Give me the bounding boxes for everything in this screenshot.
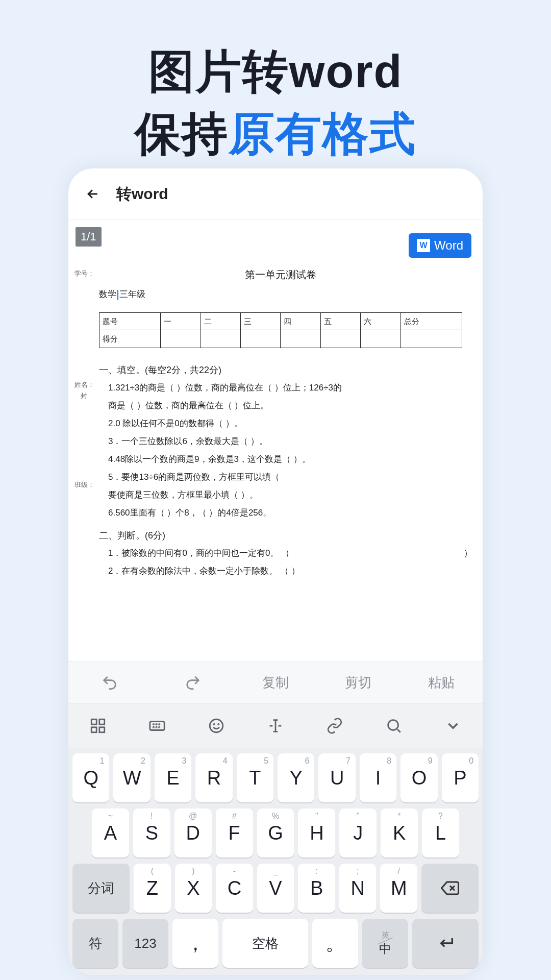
svg-point-14 — [388, 720, 398, 730]
key-l[interactable]: ?L — [422, 808, 459, 857]
undo-button[interactable] — [68, 662, 151, 703]
section-2: 二、判断。(6分) 1．被除数的中间有0，商的中间也一定有0。 （ ） 2．在有… — [99, 528, 462, 579]
paste-button[interactable]: 粘贴 — [400, 662, 483, 703]
score-table: 题号一二三四五六总分 得分 — [99, 312, 462, 348]
key-h[interactable]: "H — [298, 808, 335, 857]
phone-mockup: 转word 1/1 W Word 学号： 姓名： 封 班级： 第一单元测试卷 数… — [68, 168, 483, 975]
cut-button[interactable]: 剪切 — [317, 662, 399, 703]
document-content: 学号： 姓名： 封 班级： 第一单元测试卷 数学三年级 题号一二三四五六总分 得… — [99, 266, 462, 662]
svg-rect-1 — [99, 719, 105, 724]
kb-search-button[interactable] — [364, 703, 423, 748]
key-a[interactable]: ~A — [92, 808, 129, 857]
side-label-xuehao: 学号： — [74, 268, 94, 279]
keyboard: 1Q2W3E4R5T6Y7U8I9O0P ~A!S@D#F%G"H"J*K?L … — [68, 748, 483, 975]
key-symbols[interactable]: 符 — [72, 919, 118, 968]
key-comma[interactable]: ， — [172, 919, 218, 968]
word-icon: W — [417, 239, 430, 252]
hero-line2b: 原有格式 — [229, 108, 416, 159]
key-y[interactable]: 6Y — [278, 753, 314, 802]
key-g[interactable]: %G — [257, 808, 294, 857]
page-indicator: 1/1 — [76, 227, 102, 247]
key-r[interactable]: 4R — [195, 753, 232, 802]
hero-heading: 图片转word 保持原有格式 — [0, 0, 551, 165]
kb-link-button[interactable] — [305, 703, 364, 748]
svg-rect-0 — [91, 719, 96, 724]
svg-point-5 — [153, 724, 154, 724]
svg-point-8 — [153, 727, 154, 727]
key-v[interactable]: _V — [257, 864, 294, 913]
key-t[interactable]: 5T — [237, 753, 273, 802]
kb-emoji-button[interactable] — [187, 703, 246, 748]
key-language-toggle[interactable]: 英中 — [362, 919, 408, 968]
key-j[interactable]: "J — [339, 808, 377, 857]
document-preview[interactable]: 1/1 W Word 学号： 姓名： 封 班级： 第一单元测试卷 数学三年级 题… — [68, 220, 483, 662]
doc-title: 第一单元测试卷 — [99, 266, 462, 283]
kb-apps-button[interactable] — [68, 703, 128, 748]
svg-point-10 — [159, 727, 160, 727]
arrow-left-icon — [85, 186, 101, 202]
app-bar: 转word — [68, 168, 483, 220]
key-space[interactable]: 空格 — [222, 919, 308, 968]
side-label-feng: 封 — [81, 390, 87, 402]
text-cursor — [117, 290, 118, 300]
key-o[interactable]: 9O — [400, 753, 437, 802]
svg-point-9 — [156, 727, 157, 727]
backspace-icon — [441, 879, 459, 897]
key-d[interactable]: @D — [174, 808, 212, 857]
export-word-button[interactable]: W Word — [409, 233, 471, 258]
key-n[interactable]: ;N — [339, 864, 377, 913]
key-u[interactable]: 7U — [318, 753, 355, 802]
key-w[interactable]: 2W — [113, 753, 150, 802]
key-123[interactable]: 123 — [122, 919, 168, 968]
svg-point-6 — [156, 724, 157, 724]
key-q[interactable]: 1Q — [72, 753, 109, 802]
appbar-title: 转word — [116, 184, 168, 205]
key-enter[interactable] — [412, 919, 479, 968]
hero-line2a: 保持 — [135, 108, 229, 159]
redo-button[interactable] — [151, 662, 234, 703]
side-label-xingming: 姓名： — [74, 379, 94, 390]
key-m[interactable]: /M — [380, 864, 417, 913]
svg-rect-3 — [99, 727, 105, 732]
key-backspace[interactable] — [421, 864, 479, 913]
key-k[interactable]: *K — [381, 808, 418, 857]
svg-point-12 — [214, 724, 214, 724]
enter-icon — [435, 933, 456, 953]
section-1: 一、填空。(每空2分，共22分) 1.321÷3的商是（ ）位数，商的最高位在（… — [99, 362, 462, 521]
edit-toolbar: 复制 剪切 粘贴 — [68, 662, 483, 703]
copy-button[interactable]: 复制 — [234, 662, 317, 703]
key-fenci[interactable]: 分词 — [72, 864, 130, 913]
keyboard-toolbar — [68, 703, 483, 748]
key-f[interactable]: #F — [216, 808, 253, 857]
kb-keyboard-button[interactable] — [128, 703, 187, 748]
word-button-label: Word — [434, 238, 463, 253]
svg-rect-2 — [91, 727, 96, 732]
key-i[interactable]: 8I — [360, 753, 396, 802]
kb-cursor-button[interactable] — [246, 703, 305, 748]
svg-point-7 — [159, 724, 160, 724]
key-p[interactable]: 0P — [442, 753, 479, 802]
side-label-banji: 班级： — [74, 479, 94, 491]
svg-point-11 — [210, 719, 223, 732]
kb-collapse-button[interactable] — [423, 703, 483, 748]
key-c[interactable]: -C — [216, 864, 253, 913]
key-z[interactable]: (Z — [134, 864, 171, 913]
key-b[interactable]: :B — [298, 864, 335, 913]
key-period[interactable]: 。 — [312, 919, 358, 968]
key-x[interactable]: )X — [175, 864, 212, 913]
hero-line1: 图片转word — [148, 46, 403, 97]
doc-subject[interactable]: 数学三年级 — [99, 287, 462, 302]
key-s[interactable]: !S — [133, 808, 170, 857]
key-e[interactable]: 3E — [155, 753, 191, 802]
svg-rect-4 — [150, 721, 164, 730]
svg-point-13 — [218, 724, 219, 724]
back-button[interactable] — [82, 183, 104, 205]
